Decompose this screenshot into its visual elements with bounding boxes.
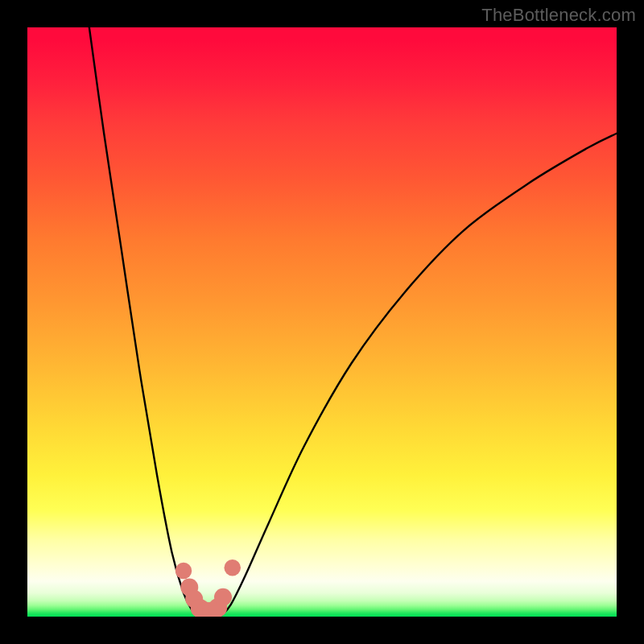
highlight-markers [175,559,241,617]
curve-left [89,27,198,616]
chart-plot-area [27,27,617,617]
watermark-text: TheBottleneck.com [481,5,636,26]
chart-frame: TheBottleneck.com [0,0,644,644]
curve-right [222,134,617,615]
chart-curve-layer [27,27,617,617]
highlight-dot [224,559,241,576]
highlight-dot [214,588,232,606]
highlight-dot [175,563,192,580]
